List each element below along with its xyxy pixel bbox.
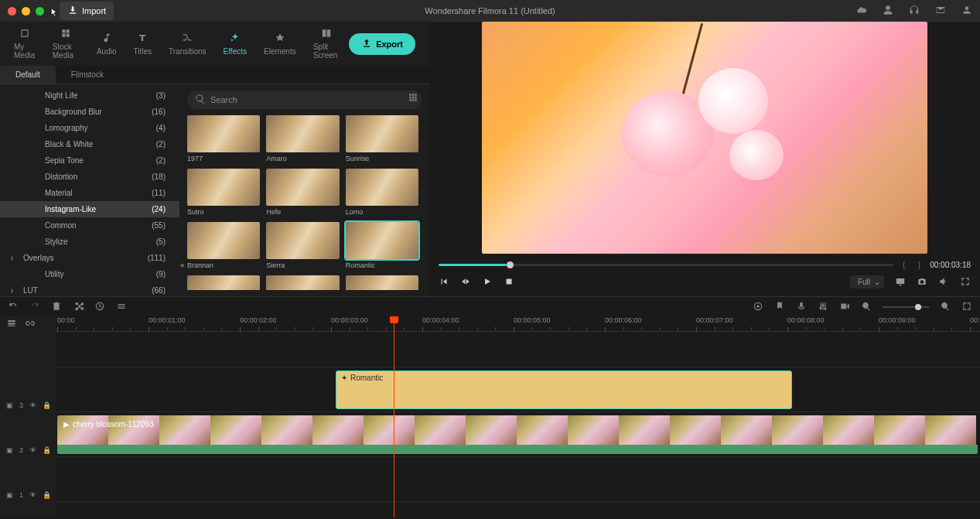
zoom-thumb[interactable] <box>915 304 921 310</box>
visibility-icon[interactable]: 👁 <box>29 446 36 454</box>
time-ruler[interactable]: 00:0000:00:01:0000:00:02:0000:00:03:0000… <box>56 316 980 332</box>
subtab-default[interactable]: Default <box>0 66 56 84</box>
effect-card-brannan[interactable]: Brannan <box>187 222 260 269</box>
subtab-filmstock[interactable]: Filmstock <box>56 66 119 84</box>
track-3[interactable]: ✦ Romantic <box>56 367 980 412</box>
cat-background-blur[interactable]: Background Blur(16) <box>0 104 179 120</box>
clip-video-cherry[interactable]: ▶ cherry blossom-112093 <box>57 415 978 454</box>
tab-titles[interactable]: Titles <box>126 29 160 59</box>
cat-instagram-like[interactable]: Instagram-Like(24) <box>0 201 179 217</box>
effects-grid[interactable]: 1977AmaroSunriseSutroHefeLomoBrannanSier… <box>187 115 422 290</box>
cat-common[interactable]: Common(55) <box>0 217 179 234</box>
cat-black-white[interactable]: Black & White(2) <box>0 136 179 152</box>
minimize-window-button[interactable] <box>22 7 30 15</box>
add-track-button[interactable] <box>6 318 17 330</box>
tracks-area[interactable]: 00:0000:00:01:0000:00:02:0000:00:03:0000… <box>56 316 980 517</box>
cat-lomography[interactable]: Lomography(4) <box>0 120 179 136</box>
split-button[interactable] <box>73 301 84 313</box>
effect-card-lomo[interactable]: Lomo <box>346 169 418 216</box>
user-icon[interactable] <box>961 5 972 17</box>
track-2[interactable]: ▶ cherry blossom-112093 <box>56 412 980 457</box>
tab-audio[interactable]: Audio <box>89 29 125 59</box>
record-button[interactable] <box>839 301 850 313</box>
cloud-icon[interactable] <box>856 5 867 17</box>
track-1[interactable] <box>56 457 980 502</box>
cat-material[interactable]: Material(11) <box>0 185 179 201</box>
tab-my-media[interactable]: My Media <box>6 25 43 63</box>
mark-in-button[interactable]: { <box>900 260 909 269</box>
maximize-window-button[interactable] <box>36 7 44 15</box>
redo-button[interactable] <box>29 301 40 313</box>
marker-button[interactable] <box>774 301 785 313</box>
lock-icon[interactable]: 🔒 <box>43 491 51 499</box>
account-icon[interactable] <box>883 5 893 17</box>
tab-elements[interactable]: Elements <box>256 29 304 59</box>
preview-video[interactable] <box>482 22 927 254</box>
zoom-slider[interactable] <box>883 306 929 308</box>
voiceover-button[interactable] <box>796 301 807 313</box>
crop-button[interactable] <box>116 301 127 313</box>
link-button[interactable] <box>25 318 36 330</box>
snapshot-button[interactable] <box>917 276 927 289</box>
export-button[interactable]: Export <box>349 33 415 55</box>
quality-select[interactable]: Full <box>850 275 884 289</box>
clip-effect-romantic[interactable]: ✦ Romantic <box>336 370 792 409</box>
cat-utility[interactable]: Utility(9) <box>0 266 179 282</box>
stop-button[interactable] <box>504 276 514 289</box>
lock-icon[interactable]: 🔒 <box>43 401 51 409</box>
import-button[interactable]: Import <box>60 2 114 20</box>
prev-frame-button[interactable] <box>439 276 449 289</box>
speed-button[interactable] <box>94 301 105 313</box>
effect-card-sunrise[interactable]: Sunrise <box>346 115 418 162</box>
effect-card-retro[interactable]: Retro <box>346 275 418 290</box>
effect-card-sierra[interactable]: Sierra <box>266 222 339 269</box>
tab-effects[interactable]: Effects <box>216 29 254 59</box>
category-list[interactable]: Night Life(3) Background Blur(16) Lomogr… <box>0 84 179 296</box>
progress-slider[interactable] <box>439 264 893 266</box>
tab-split-screen[interactable]: Split Screen <box>306 25 347 63</box>
fullscreen-button[interactable] <box>960 276 971 289</box>
track-header-2[interactable]: ▣ 2 👁 🔒 <box>0 428 56 473</box>
track-header-1[interactable]: ▣ 1 👁 🔒 <box>0 473 56 517</box>
visibility-icon[interactable]: 👁 <box>29 491 36 499</box>
effect-card-1977[interactable]: 1977 <box>187 115 260 162</box>
cat-distortion[interactable]: Distortion(18) <box>0 169 179 185</box>
search-input[interactable]: Search <box>187 90 422 109</box>
play-button[interactable] <box>482 276 493 289</box>
effect-card-romantic[interactable]: Romantic <box>346 222 418 269</box>
fit-button[interactable] <box>961 301 972 313</box>
mail-icon[interactable] <box>935 5 946 17</box>
effect-card-valencia[interactable]: Valencia <box>187 275 260 290</box>
track-header-3[interactable]: ▣ 3 👁 🔒 <box>0 383 56 428</box>
collapse-sidebar-button[interactable]: ◂ <box>179 260 184 270</box>
effect-card-hefe[interactable]: Hefe <box>266 169 339 216</box>
playhead[interactable] <box>394 316 394 517</box>
display-icon[interactable] <box>895 276 906 289</box>
headset-icon[interactable] <box>909 5 920 17</box>
tab-stock-media[interactable]: Stock Media <box>45 25 87 63</box>
lock-icon[interactable]: 🔒 <box>43 446 51 454</box>
visibility-icon[interactable]: 👁 <box>29 401 36 409</box>
mixer-button[interactable] <box>818 301 828 313</box>
cat-night-life[interactable]: Night Life(3) <box>0 87 179 104</box>
volume-button[interactable] <box>938 276 949 289</box>
cat-lut[interactable]: ›LUT(66) <box>0 282 179 296</box>
cat-overlays[interactable]: ›Overlays(111) <box>0 250 179 266</box>
cat-sepia-tone[interactable]: Sepia Tone(2) <box>0 152 179 169</box>
effect-card-amaro[interactable]: Amaro <box>266 115 339 162</box>
step-back-button[interactable] <box>460 276 471 289</box>
tab-transitions[interactable]: Transitions <box>161 29 214 59</box>
delete-button[interactable] <box>51 301 62 313</box>
effect-card-sutro[interactable]: Sutro <box>187 169 260 216</box>
effect-card-hudson[interactable]: Hudson <box>266 275 339 290</box>
close-window-button[interactable] <box>8 7 16 15</box>
zoom-out-button[interactable] <box>861 301 872 313</box>
effect-thumb <box>346 222 418 259</box>
render-button[interactable] <box>753 301 763 313</box>
mark-out-button[interactable]: } <box>914 260 924 269</box>
progress-thumb[interactable] <box>507 261 514 268</box>
undo-button[interactable] <box>8 301 19 313</box>
zoom-in-button[interactable] <box>940 301 951 313</box>
grid-view-toggle[interactable] <box>408 92 418 104</box>
cat-stylize[interactable]: Stylize(5) <box>0 234 179 250</box>
